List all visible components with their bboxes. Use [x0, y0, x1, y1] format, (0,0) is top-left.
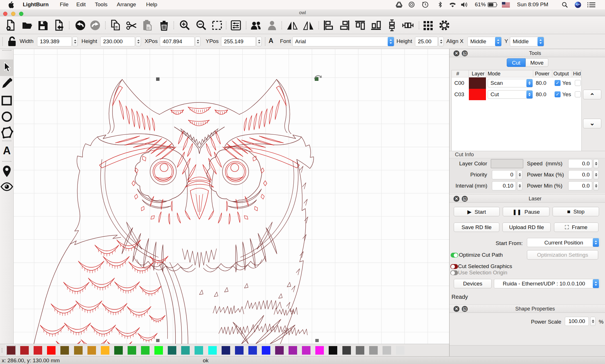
svg-text:A: A — [3, 145, 11, 157]
